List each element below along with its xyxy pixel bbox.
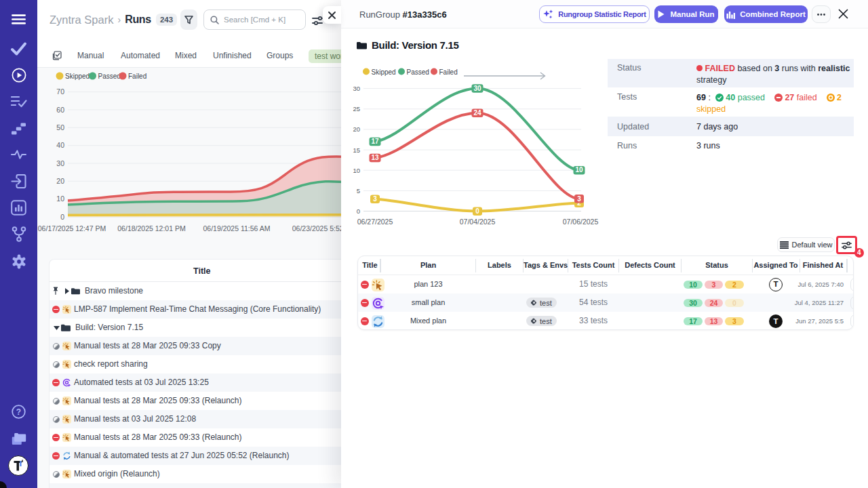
- svg-text:50: 50: [56, 123, 64, 131]
- svg-text:3: 3: [577, 195, 581, 203]
- svg-text:Failed: Failed: [439, 68, 458, 76]
- svg-text:60: 60: [56, 106, 64, 114]
- svg-text:0: 0: [60, 213, 64, 221]
- svg-text:07/04/2025: 07/04/2025: [460, 218, 496, 226]
- svg-text:06/18/2025 12:01 PM: 06/18/2025 12:01 PM: [117, 224, 185, 232]
- svg-text:06/17/2025 12:47 PM: 06/17/2025 12:47 PM: [38, 224, 106, 232]
- svg-text:06/23/2025 5:52 PM: 06/23/2025 5:52 PM: [292, 224, 342, 232]
- svg-text:17: 17: [371, 138, 379, 145]
- svg-text:5: 5: [357, 187, 360, 195]
- svg-text:20: 20: [353, 125, 360, 133]
- svg-text:25: 25: [353, 105, 360, 113]
- svg-text:20: 20: [56, 177, 64, 185]
- svg-text:30: 30: [56, 159, 64, 167]
- svg-text:0: 0: [475, 207, 479, 215]
- svg-text:30: 30: [473, 85, 481, 92]
- svg-text:13: 13: [371, 154, 379, 161]
- svg-text:15: 15: [353, 146, 360, 154]
- svg-text:?: ?: [16, 407, 21, 417]
- svg-text:06/19/2025 11:56 AM: 06/19/2025 11:56 AM: [203, 224, 270, 232]
- svg-text:0: 0: [357, 207, 360, 215]
- svg-text:07/06/2025: 07/06/2025: [563, 218, 599, 226]
- svg-text:Passed: Passed: [98, 73, 121, 80]
- svg-text:10: 10: [56, 195, 64, 203]
- svg-text:40: 40: [56, 141, 64, 149]
- svg-text:06/27/2025: 06/27/2025: [357, 218, 393, 226]
- svg-text:Skipped: Skipped: [372, 68, 396, 76]
- svg-text:10: 10: [575, 166, 583, 174]
- svg-text:70: 70: [56, 87, 64, 96]
- svg-text:10: 10: [353, 167, 360, 174]
- svg-text:Failed: Failed: [128, 73, 146, 80]
- svg-text:Passed: Passed: [407, 68, 429, 76]
- svg-text:24: 24: [473, 109, 481, 117]
- svg-text:Skipped: Skipped: [65, 73, 90, 80]
- svg-text:30: 30: [353, 85, 360, 92]
- svg-text:3: 3: [373, 195, 377, 203]
